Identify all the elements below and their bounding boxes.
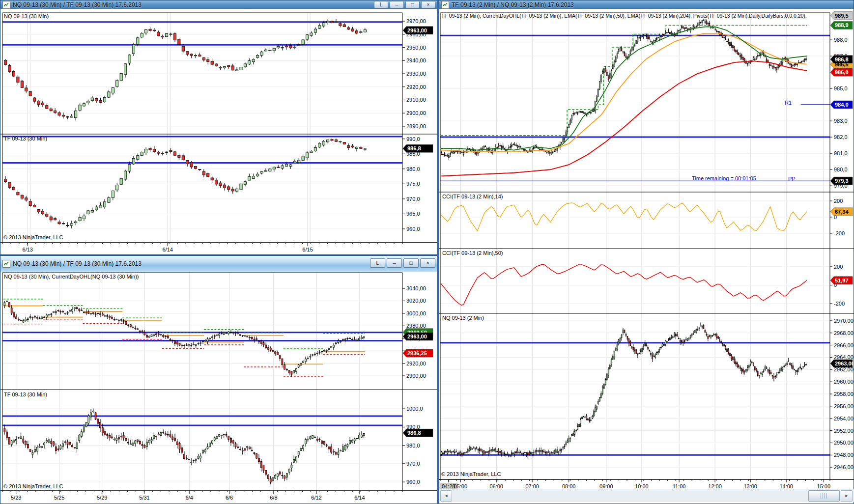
maximize-button[interactable]: □ [403,258,419,268]
window-title: NQ 09-13 (30 Min) / TF 09-13 (30 Min) 17… [13,1,142,8]
window-title: NQ 09-13 (30 Min) / TF 09-13 (30 Min) 17… [13,260,142,267]
link-button[interactable]: L [374,1,388,8]
svg-text:2958,00: 2958,00 [834,391,854,397]
svg-text:-200: -200 [834,230,845,236]
svg-text:980,0: 980,0 [406,166,420,172]
svg-text:2948,00: 2948,00 [834,452,854,458]
titlebar[interactable]: NQ 09-13 (30 Min) / TF 09-13 (30 Min) 17… [0,256,437,272]
app-icon [441,1,449,9]
svg-text:-200: -200 [834,301,845,307]
svg-text:980,0: 980,0 [406,443,420,448]
titlebar[interactable]: TF 09-13 (2 Min) / NQ 09-13 (2 Min) 17.6… [439,0,854,9]
svg-text:985,0: 985,0 [834,85,848,91]
svg-text:5/25: 5/25 [54,495,64,501]
svg-text:986,8: 986,8 [407,430,421,436]
svg-text:2950,00: 2950,00 [406,45,426,51]
svg-text:965,0: 965,0 [406,211,420,217]
svg-text:51,97: 51,97 [835,278,849,283]
svg-text:2956,00: 2956,00 [834,403,854,409]
window-title: TF 09-13 (2 Min) / NQ 09-13 (2 Min) 17.6… [452,1,574,8]
svg-text:5/29: 5/29 [97,495,107,501]
svg-text:2900,00: 2900,00 [406,110,426,116]
svg-text:989,5: 989,5 [835,13,849,19]
scroll-left-button[interactable]: ◄ [440,490,452,502]
svg-text:2980,00: 2980,00 [406,323,426,329]
close-button[interactable]: × [421,1,435,8]
svg-text:2954,00: 2954,00 [834,416,854,421]
scroll-right-button[interactable]: ► [841,490,853,502]
minimize-button[interactable]: – [390,1,404,8]
svg-text:2960,00: 2960,00 [834,379,854,385]
svg-text:2890,00: 2890,00 [406,123,426,129]
svg-text:986,8: 986,8 [835,56,849,62]
svg-text:970,0: 970,0 [406,461,420,467]
svg-text:3040,00: 3040,00 [406,285,426,291]
svg-text:983,0: 983,0 [834,118,848,124]
svg-text:986,0: 986,0 [835,69,849,75]
svg-text:3000,00: 3000,00 [406,310,426,316]
svg-text:2920,00: 2920,00 [406,361,426,366]
app-icon [2,260,10,268]
svg-text:200: 200 [834,264,843,270]
svg-text:67,34: 67,34 [835,209,849,215]
svg-text:979,3: 979,3 [835,178,849,184]
svg-text:960,0: 960,0 [406,226,420,232]
svg-text:3020,00: 3020,00 [406,298,426,304]
svg-text:2963,00: 2963,00 [407,334,427,339]
svg-text:5/31: 5/31 [139,495,149,501]
link-button[interactable]: L [370,258,385,268]
svg-text:2963,00: 2963,00 [407,28,427,33]
svg-text:970,0: 970,0 [406,196,420,202]
svg-text:6/15: 6/15 [302,247,313,252]
svg-text:6/13: 6/13 [23,247,33,252]
svg-text:200: 200 [834,198,843,204]
scroll-thumb[interactable] [808,490,840,502]
svg-text:2920,00: 2920,00 [406,84,426,90]
svg-text:990,0: 990,0 [406,136,420,142]
svg-text:2950,00: 2950,00 [834,440,854,446]
svg-text:988,0: 988,0 [834,37,848,43]
svg-text:2900,00: 2900,00 [406,373,426,379]
svg-text:984,0: 984,0 [835,102,849,108]
svg-text:2966,00: 2966,00 [834,342,854,348]
svg-text:6/4: 6/4 [185,495,193,501]
close-button[interactable]: × [420,258,435,268]
svg-text:980,0: 980,0 [834,167,848,172]
svg-text:2963,00: 2963,00 [835,361,854,366]
svg-text:6/6: 6/6 [226,495,233,501]
svg-text:986,8: 986,8 [407,145,421,151]
chart-canvas-30min-top[interactable]: 2970,002960,002950,002940,002930,002920,… [0,9,437,254]
chart-canvas-2min[interactable]: 988,0987,0985,0983,0982,0981,0980,0979,0… [439,9,854,489]
chart-window-2min: TF 09-13 (2 Min) / NQ 09-13 (2 Min) 17.6… [439,0,854,504]
svg-text:981,0: 981,0 [834,150,848,156]
svg-text:960,0: 960,0 [406,479,420,485]
titlebar[interactable]: NQ 09-13 (30 Min) / TF 09-13 (30 Min) 17… [0,0,437,9]
svg-text:2930,00: 2930,00 [406,71,426,77]
svg-text:2940,00: 2940,00 [406,57,426,63]
svg-text:2970,00: 2970,00 [834,318,854,324]
svg-text:2968,00: 2968,00 [834,330,854,336]
chart-canvas-30min-bottom[interactable]: 3040,003020,003000,002980,002960,002940,… [0,272,437,503]
svg-text:982,0: 982,0 [834,134,848,140]
chart-window-30min-top: NQ 09-13 (30 Min) / TF 09-13 (30 Min) 17… [0,0,437,255]
maximize-button[interactable]: □ [405,1,420,8]
svg-text:6/14: 6/14 [162,247,172,252]
svg-text:2910,00: 2910,00 [406,97,426,103]
svg-text:975,0: 975,0 [406,181,420,187]
app-icon [2,1,10,9]
svg-text:6/8: 6/8 [270,495,277,501]
svg-text:988,9: 988,9 [835,22,849,28]
svg-text:5/23: 5/23 [11,495,21,501]
svg-text:1000,0: 1000,0 [406,406,423,412]
svg-text:2946,00: 2946,00 [834,464,854,470]
minimize-button[interactable]: – [387,258,402,268]
svg-text:6/14: 6/14 [354,495,365,501]
svg-text:6/12: 6/12 [311,495,321,501]
chart-window-30min-bottom: NQ 09-13 (30 Min) / TF 09-13 (30 Min) 17… [0,255,437,504]
svg-text:2936,25: 2936,25 [407,350,427,356]
svg-text:2970,00: 2970,00 [406,18,426,24]
svg-text:2952,00: 2952,00 [834,428,854,434]
horizontal-scrollbar[interactable]: ◄ ► [439,489,854,502]
